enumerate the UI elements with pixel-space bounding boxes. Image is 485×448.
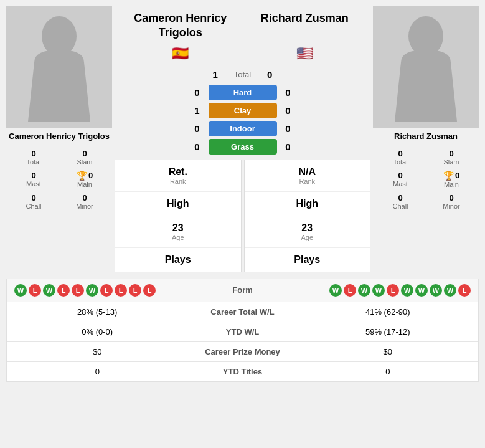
- left-player-name: Cameron Henricy Trigolos: [6, 128, 112, 145]
- left-age-value: 23: [120, 222, 236, 234]
- right-minor-cell: 0 Minor: [426, 191, 476, 212]
- stats-left-0: 28% (5-13): [14, 307, 181, 317]
- hard-right: 0: [282, 87, 294, 98]
- form-badge-w: W: [401, 284, 413, 297]
- left-player-stats: 0 Total 0 Slam 0 Mast 🏆 0: [6, 145, 112, 214]
- right-player-name: Richard Zusman: [373, 128, 479, 145]
- right-mast-value: 0: [377, 171, 424, 180]
- form-badge-w: W: [43, 284, 55, 297]
- left-name-center: Cameron Henricy Trigolos: [118, 11, 243, 41]
- form-badge-l: L: [57, 284, 70, 297]
- indoor-left: 0: [191, 123, 204, 134]
- right-total-cell: 0 Total: [375, 147, 425, 168]
- left-age-cell: 23 Age: [115, 216, 241, 248]
- right-total-label: Total: [377, 158, 424, 166]
- left-main-value: 🏆 0: [61, 171, 108, 181]
- form-badge-w: W: [415, 284, 428, 297]
- form-label: Form: [205, 285, 280, 295]
- right-mid-panel: N/A Rank High 23 Age Plays: [244, 160, 371, 272]
- form-badge-w: W: [14, 284, 27, 297]
- right-rank-value: N/A: [250, 166, 365, 178]
- player-names-row: Cameron Henricy Trigolos Richard Zusman: [112, 6, 373, 45]
- clay-button[interactable]: Clay: [209, 103, 277, 118]
- left-minor-cell: 0 Minor: [60, 191, 110, 212]
- right-trophy-icon: 🏆: [443, 171, 454, 181]
- stats-left-1: 0% (0-0): [14, 327, 181, 336]
- right-mast-label: Mast: [377, 180, 424, 188]
- grass-button[interactable]: Grass: [209, 139, 277, 155]
- right-plays-value: Plays: [250, 254, 365, 265]
- surface-rows: 0 Hard 0 1 Clay 0 0 Indoor 0 0 Grass: [112, 82, 373, 157]
- indoor-row: 0 Indoor 0: [118, 121, 367, 136]
- total-label: Total: [234, 70, 251, 79]
- clay-right: 0: [282, 105, 294, 116]
- form-badge-l: L: [100, 284, 113, 297]
- left-plays-cell: Plays: [115, 248, 241, 272]
- form-badge-w: W: [430, 284, 442, 297]
- stats-right-2: $0: [305, 347, 471, 356]
- right-flag: 🇺🇸: [243, 45, 367, 62]
- right-total-value: 0: [377, 149, 424, 158]
- left-chall-value: 0: [10, 193, 57, 203]
- left-player-silhouette: [22, 12, 97, 122]
- middle-stat-area: Ret. Rank High 23 Age Plays: [112, 160, 373, 272]
- left-mid-panel: Ret. Rank High 23 Age Plays: [115, 160, 242, 272]
- right-chall-value: 0: [377, 193, 424, 203]
- right-minor-label: Minor: [428, 203, 475, 210]
- right-mast-cell: 0 Mast: [375, 169, 425, 190]
- left-main-cell: 🏆 0 Main: [60, 169, 110, 190]
- left-total-cell: 0 Total: [9, 147, 59, 168]
- left-mast-label: Mast: [10, 180, 57, 188]
- grass-row: 0 Grass 0: [118, 139, 367, 155]
- stats-row-0: 28% (5-13) Career Total W/L 41% (62-90): [7, 302, 478, 322]
- right-player-card: Richard Zusman 0 Total 0 Slam 0 Mast 🏆: [373, 6, 479, 272]
- left-total-value: 0: [10, 149, 57, 158]
- hard-row: 0 Hard 0: [118, 85, 367, 100]
- left-rank-value: Ret.: [120, 166, 236, 178]
- left-chall-cell: 0 Chall: [9, 191, 59, 212]
- left-high-cell: High: [115, 192, 241, 216]
- left-player-photo: [6, 6, 112, 128]
- form-badge-w: W: [329, 284, 342, 297]
- bottom-section: WLWLLWLLLL Form WLWWLWWWWL 28% (5-13) Ca…: [6, 279, 479, 382]
- stats-center-3: YTD Titles: [181, 367, 305, 376]
- hard-left: 0: [191, 87, 204, 98]
- left-main-label: Main: [61, 181, 108, 188]
- right-player-photo: [373, 6, 479, 128]
- left-mast-value: 0: [10, 171, 57, 180]
- indoor-right: 0: [282, 123, 294, 134]
- left-chall-label: Chall: [10, 203, 57, 210]
- stats-right-3: 0: [305, 367, 471, 376]
- left-rank-cell: Ret. Rank: [115, 160, 241, 192]
- form-badge-l: L: [115, 284, 127, 297]
- right-rank-label: Rank: [250, 178, 365, 185]
- total-score-row: 1 Total 0: [112, 67, 373, 82]
- left-slam-cell: 0 Slam: [60, 147, 110, 168]
- right-age-value: 23: [250, 222, 365, 234]
- form-badge-l: L: [129, 284, 141, 297]
- right-player-silhouette: [388, 12, 463, 122]
- stats-center-0: Career Total W/L: [181, 307, 305, 317]
- career-stats-table: 28% (5-13) Career Total W/L 41% (62-90) …: [7, 302, 478, 381]
- clay-row: 1 Clay 0: [118, 103, 367, 118]
- form-badge-w: W: [372, 284, 385, 297]
- stats-center-1: YTD W/L: [181, 327, 305, 336]
- hard-button[interactable]: Hard: [209, 85, 277, 100]
- right-slam-value: 0: [428, 149, 475, 158]
- left-trophy-icon: 🏆: [77, 171, 87, 181]
- form-row: WLWLLWLLLL Form WLWWLWWWWL: [7, 279, 478, 302]
- stats-center-2: Career Prize Money: [181, 347, 305, 356]
- right-rank-cell: N/A Rank: [245, 160, 370, 192]
- left-high-value: High: [120, 198, 236, 209]
- left-age-label: Age: [120, 234, 236, 241]
- left-minor-value: 0: [61, 193, 108, 203]
- right-main-label: Main: [428, 181, 475, 188]
- right-chall-label: Chall: [377, 203, 424, 210]
- top-section: Cameron Henricy Trigolos 0 Total 0 Slam …: [6, 6, 479, 272]
- total-left-score: 1: [209, 69, 222, 80]
- form-badge-l: L: [143, 284, 156, 297]
- indoor-button[interactable]: Indoor: [209, 121, 277, 136]
- left-minor-label: Minor: [61, 203, 108, 210]
- stats-right-1: 59% (17-12): [305, 327, 471, 336]
- form-badge-w: W: [358, 284, 370, 297]
